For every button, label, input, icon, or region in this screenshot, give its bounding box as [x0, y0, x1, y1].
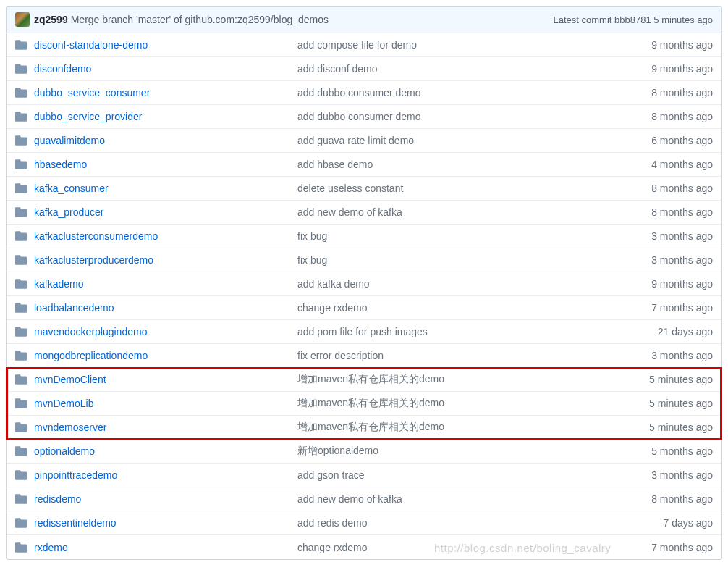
table-row: disconf-standalone-demoadd compose file … [7, 33, 721, 57]
folder-icon [15, 135, 27, 146]
commit-message-cell[interactable]: change rxdemo [297, 302, 611, 314]
commit-sha[interactable]: bbb8781 [614, 14, 651, 25]
folder-icon [15, 279, 27, 289]
commit-message-cell[interactable]: add kafka demo [297, 278, 611, 290]
folder-icon [15, 255, 27, 265]
file-age: 8 months ago [611, 183, 713, 194]
table-row: mvnDemoLib增加maven私有仓库相关的demo5 minutes ag… [7, 392, 721, 416]
folder-icon [15, 374, 27, 385]
commit-message-cell[interactable]: 增加maven私有仓库相关的demo [297, 397, 611, 410]
file-age: 21 days ago [611, 326, 713, 337]
directory-link[interactable]: dubbo_service_provider [34, 111, 142, 122]
commit-message-cell[interactable]: add gson trace [297, 469, 611, 481]
directory-link[interactable]: kafkademo [34, 278, 83, 290]
commit-message-cell[interactable]: add pom file for push images [297, 326, 611, 337]
commit-message[interactable]: Merge branch 'master' of github.com:zq25… [71, 14, 554, 25]
file-age: 9 months ago [611, 278, 713, 290]
commit-message-cell[interactable]: add disconf demo [297, 63, 611, 75]
commit-message-cell[interactable]: add new demo of kafka [297, 493, 611, 505]
directory-link[interactable]: mvnDemoClient [34, 374, 106, 385]
directory-link[interactable]: kafka_consumer [34, 183, 109, 194]
commit-message-cell[interactable]: add dubbo consumer demo [297, 111, 611, 122]
file-age: 3 months ago [611, 254, 713, 266]
directory-link[interactable]: disconfdemo [34, 63, 91, 75]
table-row: optionaldemo新增optionaldemo5 months ago [7, 440, 721, 464]
file-age: 7 days ago [611, 517, 713, 529]
table-row: mvndemoserver增加maven私有仓库相关的demo5 minutes… [7, 416, 721, 440]
file-age: 8 months ago [611, 87, 713, 98]
folder-icon [15, 112, 27, 122]
commit-message-cell[interactable]: 新增optionaldemo [297, 445, 611, 458]
file-age: 7 months ago [611, 542, 713, 553]
commit-message-cell[interactable]: change rxdemo [297, 542, 611, 553]
directory-link[interactable]: kafka_producer [34, 206, 104, 218]
table-row: mvnDemoClient增加maven私有仓库相关的demo5 minutes… [7, 368, 721, 392]
table-row: pinpointtracedemoadd gson trace3 months … [7, 464, 721, 487]
table-row: dubbo_service_provideradd dubbo consumer… [7, 105, 721, 129]
table-row: mavendockerplugindemoadd pom file for pu… [7, 320, 721, 344]
commit-message-cell[interactable]: 增加maven私有仓库相关的demo [297, 421, 611, 434]
folder-icon [15, 351, 27, 361]
file-age: 8 months ago [611, 111, 713, 122]
folder-icon [15, 64, 27, 74]
directory-link[interactable]: optionaldemo [34, 445, 95, 457]
table-row: hbasedemoadd hbase demo4 months ago [7, 153, 721, 177]
directory-link[interactable]: dubbo_service_consumer [34, 87, 150, 98]
commit-message-cell[interactable]: add guava rate limit demo [297, 135, 611, 146]
directory-link[interactable]: kafkaclusterproducerdemo [34, 254, 153, 266]
folder-icon [15, 494, 27, 504]
directory-link[interactable]: mvndemoserver [34, 422, 106, 433]
commit-message-cell[interactable]: add new demo of kafka [297, 206, 611, 218]
directory-link[interactable]: pinpointtracedemo [34, 469, 117, 481]
commit-age: 5 minutes ago [653, 14, 713, 25]
table-row: kafkademoadd kafka demo9 months ago [7, 272, 721, 296]
folder-icon [15, 40, 27, 50]
commit-message-cell[interactable]: fix bug [297, 230, 611, 242]
directory-link[interactable]: mavendockerplugindemo [34, 326, 147, 337]
latest-commit-bar: zq2599 Merge branch 'master' of github.c… [7, 7, 721, 33]
commit-message-cell[interactable]: add hbase demo [297, 159, 611, 170]
directory-link[interactable]: kafkaclusterconsumerdemo [34, 230, 158, 242]
folder-icon [15, 303, 27, 313]
folder-icon [15, 159, 27, 169]
file-age: 7 months ago [611, 302, 713, 314]
file-age: 3 months ago [611, 469, 713, 481]
directory-link[interactable]: rxdemo [34, 542, 68, 553]
table-row: kafkaclusterconsumerdemofix bug3 months … [7, 225, 721, 248]
table-row: mongodbreplicationdemofix error descript… [7, 344, 721, 368]
table-row: guavalimitdemoadd guava rate limit demo6… [7, 129, 721, 153]
folder-icon [15, 88, 27, 98]
commit-message-cell[interactable]: delete useless constant [297, 183, 611, 194]
directory-link[interactable]: redisdemo [34, 493, 81, 505]
file-age: 4 months ago [611, 159, 713, 170]
table-row: disconfdemoadd disconf demo9 months ago [7, 57, 721, 81]
directory-link[interactable]: guavalimitdemo [34, 135, 105, 146]
commit-message-cell[interactable]: add redis demo [297, 517, 611, 529]
commit-message-cell[interactable]: fix error description [297, 350, 611, 361]
directory-link[interactable]: redissentineldemo [34, 517, 117, 529]
file-age: 9 months ago [611, 39, 713, 51]
commit-message-cell[interactable]: fix bug [297, 254, 611, 266]
file-age: 5 minutes ago [611, 374, 713, 385]
file-age: 3 months ago [611, 230, 713, 242]
directory-link[interactable]: mvnDemoLib [34, 398, 93, 409]
table-row: dubbo_service_consumeradd dubbo consumer… [7, 81, 721, 105]
directory-link[interactable]: loadbalancedemo [34, 302, 114, 314]
file-age: 5 minutes ago [611, 422, 713, 433]
directory-link[interactable]: disconf-standalone-demo [34, 39, 148, 51]
commit-message-cell[interactable]: 增加maven私有仓库相关的demo [297, 373, 611, 386]
directory-link[interactable]: mongodbreplicationdemo [34, 350, 148, 361]
folder-icon [15, 327, 27, 337]
avatar[interactable] [15, 12, 30, 27]
latest-commit-label: Latest commit [554, 14, 612, 25]
file-age: 8 months ago [611, 493, 713, 505]
commit-message-cell[interactable]: add compose file for demo [297, 39, 611, 51]
file-age: 5 months ago [611, 445, 713, 457]
directory-link[interactable]: hbasedemo [34, 159, 87, 170]
table-row: kafka_produceradd new demo of kafka8 mon… [7, 201, 721, 225]
table-row: redisdemoadd new demo of kafka8 months a… [7, 487, 721, 511]
commit-author[interactable]: zq2599 [34, 14, 68, 25]
commit-message-cell[interactable]: add dubbo consumer demo [297, 87, 611, 98]
folder-icon [15, 422, 27, 432]
folder-icon [15, 446, 27, 456]
